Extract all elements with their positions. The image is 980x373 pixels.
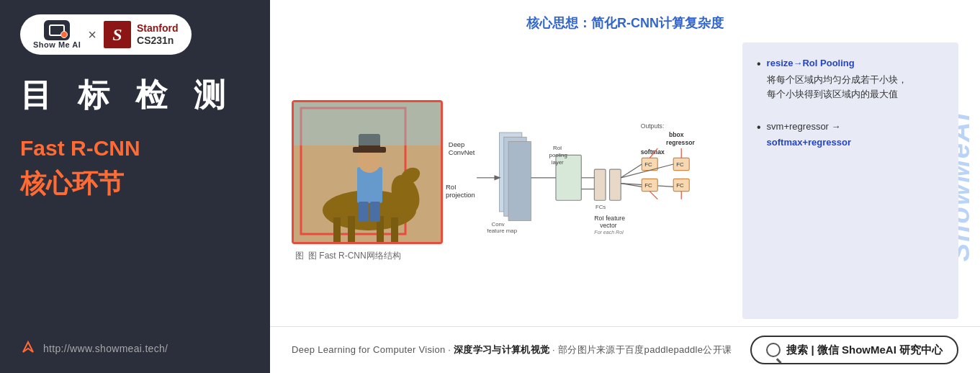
bullet2-highlight: softmax+regressor <box>767 135 944 150</box>
svg-text:layer: layer <box>552 159 564 166</box>
website-row: http://www.showmeai.tech/ <box>20 339 250 359</box>
logo-area: Show Me AI × S Stanford CS231n <box>20 14 192 55</box>
subtitle-core: 核心环节 <box>20 166 250 202</box>
svg-text:FCs: FCs <box>595 204 606 210</box>
svg-rect-29 <box>594 169 606 200</box>
page-title: 目 标 检 测 <box>20 76 250 114</box>
svg-text:projection: projection <box>446 191 475 199</box>
bottom-cn-text: 深度学习与计算机视觉 <box>454 344 549 355</box>
stanford-logo-group: S Stanford CS231n <box>104 21 179 48</box>
bottom-bar: Deep Learning for Computer Vision · 深度学习… <box>270 326 980 373</box>
stanford-line1: Stanford <box>137 22 179 35</box>
bullet-dot-1: • <box>757 55 761 102</box>
diagram-caption: 图 图 Fast R-CNN网络结构 <box>292 250 401 262</box>
svg-point-10 <box>358 150 381 173</box>
svg-rect-3 <box>333 217 341 243</box>
right-panel: ShowMeAI 核心思想：简化R-CNN计算复杂度 <box>270 0 980 373</box>
stanford-s-icon: S <box>104 21 131 48</box>
slide-content: Deep ConvNet RoI projection Conv feature… <box>292 42 958 319</box>
svg-text:Conv: Conv <box>492 220 505 227</box>
svg-rect-13 <box>359 202 369 222</box>
svg-text:FC: FC <box>676 161 684 168</box>
svg-text:FC: FC <box>676 182 684 189</box>
bullet1-highlight: resize→RoI Pooling <box>767 55 944 71</box>
svg-text:RoI: RoI <box>553 144 562 150</box>
slide-area: 核心思想：简化R-CNN计算复杂度 <box>270 0 980 326</box>
caption-icon: 图 <box>295 250 304 262</box>
bullet-dot-2: • <box>757 119 761 150</box>
svg-text:Deep: Deep <box>449 140 465 148</box>
website-url[interactable]: http://www.showmeai.tech/ <box>43 343 168 354</box>
stanford-line2: CS231n <box>137 35 174 47</box>
svg-line-55 <box>649 191 657 199</box>
diagram-area: Deep ConvNet RoI projection Conv feature… <box>292 42 742 319</box>
info-bullet-2: • svm+regressor → softmax+regressor <box>757 119 944 150</box>
svg-text:FC: FC <box>644 182 652 189</box>
bullet1-body: 将每个区域内均匀分成若干小块，每个小块得到该区域内的最大值 <box>767 73 944 102</box>
svg-text:pooling: pooling <box>549 151 567 158</box>
svg-text:feature map: feature map <box>487 227 517 233</box>
info-panel: • resize→RoI Pooling 将每个区域内均匀分成若干小块，每个小块… <box>742 42 958 319</box>
svg-text:RoI: RoI <box>446 182 457 190</box>
network-diagram: Deep ConvNet RoI projection Conv feature… <box>443 100 742 244</box>
x-divider: × <box>88 27 96 43</box>
slide-title: 核心思想：简化R-CNN计算复杂度 <box>292 14 958 32</box>
left-panel: Show Me AI × S Stanford CS231n 目 标 检 测 F… <box>0 0 270 373</box>
svg-text:bbox: bbox <box>669 131 684 138</box>
svg-rect-6 <box>391 217 398 243</box>
showmeai-logo: Show Me AI <box>33 20 81 49</box>
showmeai-label: Show Me AI <box>33 40 81 49</box>
svg-line-45 <box>621 164 642 178</box>
bullet-content-2: svm+regressor → softmax+regressor <box>767 119 944 150</box>
bullet2-prefix: svm+regressor → <box>767 119 944 135</box>
svg-rect-22 <box>508 141 531 220</box>
svg-text:For each RoI: For each RoI <box>594 230 624 235</box>
svg-rect-30 <box>610 169 621 200</box>
cowboy-image <box>292 100 443 244</box>
svg-text:ConvNet: ConvNet <box>449 148 475 156</box>
bottom-text: Deep Learning for Computer Vision · 深度学习… <box>292 343 732 356</box>
svg-rect-14 <box>370 202 380 222</box>
search-label: 搜索 | 微信 ShowMeAI 研究中心 <box>786 343 943 357</box>
subtitle-fast: Fast R-CNN <box>20 136 250 161</box>
svg-text:RoI feature: RoI feature <box>594 214 625 221</box>
website-icon <box>20 339 36 359</box>
svg-text:FC: FC <box>644 161 652 168</box>
svg-rect-4 <box>348 216 355 243</box>
svg-text:regressor: regressor <box>666 139 695 146</box>
bullet-content-1: resize→RoI Pooling 将每个区域内均匀分成若干小块，每个小块得到… <box>767 55 944 102</box>
search-icon <box>766 343 781 357</box>
caption-text: 图 Fast R-CNN网络结构 <box>308 250 401 262</box>
info-bullet-1: • resize→RoI Pooling 将每个区域内均匀分成若干小块，每个小块… <box>757 55 944 102</box>
search-box[interactable]: 搜索 | 微信 ShowMeAI 研究中心 <box>750 336 958 364</box>
showmeai-icon <box>44 20 70 40</box>
svg-text:Outputs:: Outputs: <box>641 122 665 129</box>
svg-text:vector: vector <box>600 221 617 228</box>
stanford-text: Stanford CS231n <box>137 22 179 47</box>
svg-rect-15 <box>294 102 443 145</box>
